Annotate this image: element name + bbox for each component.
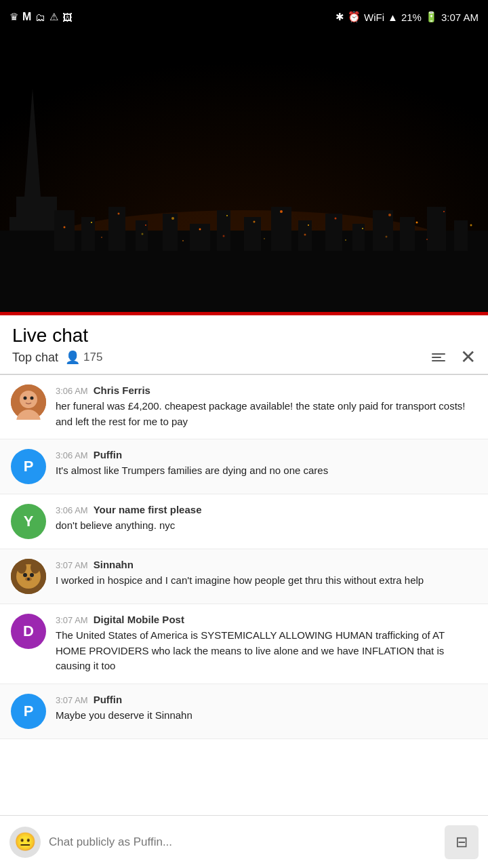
svg-rect-13 [244,217,261,251]
message-content: 3:06 AM Chris Ferris her funeral was £4,… [56,384,477,429]
video-player[interactable] [0,34,488,312]
header-controls[interactable]: ✕ [432,348,476,367]
svg-point-26 [171,217,174,220]
svg-rect-20 [427,207,446,251]
svg-point-25 [145,224,146,226]
avatar: P [11,449,46,484]
svg-point-27 [199,229,201,231]
bottom-spacer [0,739,488,792]
svg-point-45 [386,236,388,238]
message-author: Puffin [94,694,123,705]
bluetooth-icon: ✱ [336,11,344,23]
svg-rect-12 [217,210,230,251]
message-author: Puffin [94,449,123,460]
chat-message: P 3:07 AM Puffin Maybe you deserve it Si… [0,684,488,739]
svg-point-59 [27,578,30,580]
svg-point-57 [30,573,34,577]
avatar [11,559,46,594]
svg-rect-17 [352,224,365,251]
message-author: Digital Mobile Post [94,614,184,625]
emoji-icon: 😐 [14,831,36,852]
message-author: Your name first please [94,504,202,515]
message-author: Chris Ferris [94,384,150,396]
avatar [11,384,46,420]
svg-point-23 [91,222,92,223]
message-text: Maybe you deserve it Sinnahn [56,708,477,724]
svg-rect-3 [16,197,57,217]
svg-point-46 [426,239,428,240]
avatar: D [11,614,46,649]
message-time: 3:07 AM [56,695,88,705]
avatar: Y [11,504,46,539]
message-time: 3:06 AM [56,505,88,515]
message-content: 3:07 AM Puffin Maybe you deserve it Sinn… [56,694,477,724]
svg-point-35 [416,222,418,224]
svg-rect-8 [108,207,125,251]
chat-message: 3:06 AM Chris Ferris her funeral was £4,… [0,375,488,439]
message-text: her funeral was £4,200. cheapest package… [56,399,477,429]
svg-rect-14 [271,207,291,251]
folder-icon: 🗂 [35,12,45,23]
wifi-icon: WiFi [364,12,384,23]
svg-point-44 [345,239,346,241]
message-meta: 3:07 AM Sinnahn [56,559,477,570]
top-chat-label-area: Top chat 👤 175 [12,350,102,365]
m-icon: M [22,11,31,23]
message-meta: 3:06 AM Your name first please [56,504,477,515]
svg-rect-16 [325,214,342,251]
message-time: 3:06 AM [56,386,88,396]
svg-point-42 [264,238,265,239]
svg-point-55 [30,561,40,574]
svg-point-40 [182,240,184,241]
close-icon[interactable]: ✕ [460,348,476,367]
message-time: 3:06 AM [56,450,88,460]
message-text: It's almost like Trumpers families are d… [56,463,477,479]
message-time: 3:07 AM [56,615,88,625]
svg-point-41 [223,235,225,237]
svg-point-56 [23,573,27,577]
message-text: I worked in hospice and I can't imagine … [56,573,477,589]
svg-point-38 [101,237,102,238]
filter-icon[interactable] [432,353,445,361]
chat-input[interactable] [49,827,436,858]
message-text: don't believe anything. nyc [56,518,477,534]
status-right-icons: ✱ ⏰ WiFi ▲ 21% 🔋 3:07 AM [336,11,479,23]
send-button[interactable]: ⊟ [445,825,479,859]
chat-message: P 3:06 AM Puffin It's almost like Trumpe… [0,439,488,494]
svg-point-29 [253,221,256,223]
video-background [0,34,488,312]
svg-point-22 [64,226,66,229]
svg-point-34 [388,214,391,216]
svg-point-24 [118,213,120,215]
viewer-number: 175 [83,351,102,364]
message-meta: 3:06 AM Chris Ferris [56,384,477,396]
message-time: 3:07 AM [56,560,88,570]
svg-point-54 [17,561,26,574]
top-chat-label: Top chat [12,351,58,365]
chat-messages-list: 3:06 AM Chris Ferris her funeral was £4,… [0,375,488,739]
send-icon: ⊟ [455,833,468,851]
svg-point-36 [443,211,445,212]
message-meta: 3:06 AM Puffin [56,449,477,460]
svg-rect-18 [373,210,393,251]
svg-point-37 [470,224,472,226]
message-meta: 3:07 AM Puffin [56,694,477,705]
svg-point-50 [24,397,27,400]
avatar: P [11,694,46,729]
signal-icon: ▲ [388,12,398,23]
battery-icon: 🔋 [425,11,438,23]
message-content: 3:06 AM Puffin It's almost like Trumpers… [56,449,477,479]
emoji-button[interactable]: 😐 [9,827,41,858]
svg-point-51 [30,397,34,400]
clock: 3:07 AM [441,12,479,23]
svg-point-32 [335,218,337,220]
warning-icon: ⚠ [49,11,58,23]
livechat-header: Live chat Top chat 👤 175 ✕ [0,315,488,374]
status-bar: ♛ M 🗂 ⚠ 🖼 ✱ ⏰ WiFi ▲ 21% 🔋 3:07 AM [0,0,488,34]
livechat-subheader: Top chat 👤 175 ✕ [12,348,476,367]
svg-point-30 [280,210,283,213]
message-content: 3:06 AM Your name first please don't bel… [56,504,477,534]
chat-input-area[interactable]: 😐 ⊟ [0,815,488,868]
viewer-count: 👤 175 [65,350,102,365]
image-icon: 🖼 [62,12,73,23]
